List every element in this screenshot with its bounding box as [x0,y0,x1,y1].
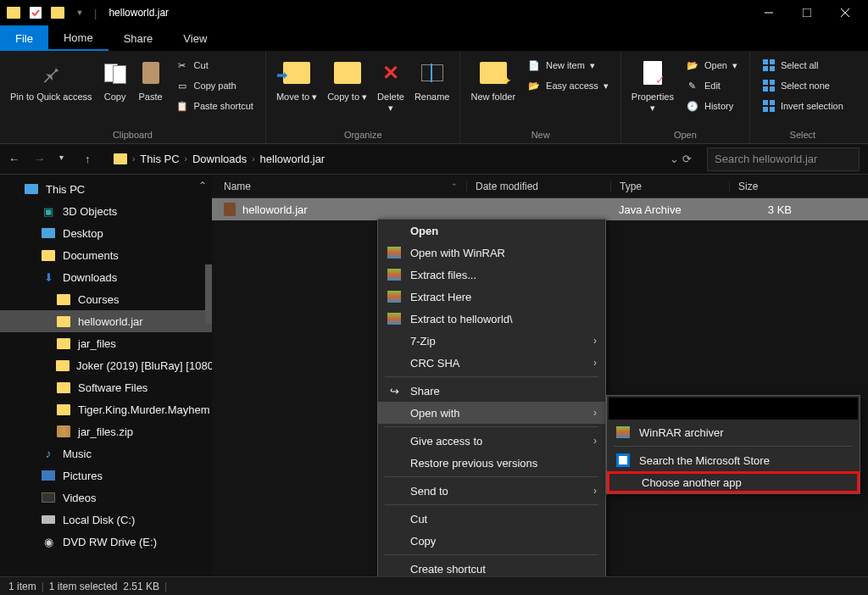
tree-desktop[interactable]: Desktop [0,222,212,244]
nav-back-button[interactable]: ← [8,153,22,166]
ctx-copy[interactable]: Copy [378,530,605,552]
file-row[interactable]: helloworld.jar Java Archive 3 KB [212,198,868,220]
maximize-button[interactable] [787,0,826,25]
address-dropdown-icon[interactable]: ⌄ [670,153,679,165]
ctx-share[interactable]: ↪Share [378,380,605,402]
ctx-restore[interactable]: Restore previous versions [378,452,605,474]
store-icon [616,453,630,467]
qat-prop-icon[interactable] [26,3,45,22]
qat-folder-icon[interactable] [4,3,23,22]
tree-tiger-king[interactable]: Tiger.King.Murder.Mayhem [0,398,212,420]
tree-downloads[interactable]: ⬇Downloads [0,266,212,288]
nav-up-button[interactable]: ↑ [85,153,98,166]
tab-file[interactable]: File [0,25,48,51]
copy-button[interactable]: Copy [97,54,133,104]
ctx-open-winrar[interactable]: Open with WinRAR [378,242,605,264]
tree-courses[interactable]: Courses [0,288,212,310]
tree-dvd-drive[interactable]: ◉DVD RW Drive (E:) [0,531,212,553]
rename-button[interactable]: Rename [409,54,455,104]
tab-home[interactable]: Home [48,25,108,51]
delete-button[interactable]: ✕ Delete▾ [372,54,409,115]
ctx-extract-files[interactable]: Extract files... [378,264,605,286]
address-bar[interactable]: › This PC › Downloads › helloworld.jar ⌄… [107,147,698,171]
tree-videos[interactable]: Videos [0,487,212,509]
column-size[interactable]: Size [729,181,805,192]
svg-rect-0 [30,7,42,19]
select-all-button[interactable]: Select all [759,56,847,75]
ribbon-group-select: Select all Select none Invert selection … [750,51,855,143]
move-to-button[interactable]: ➡ Move to ▾ [271,54,322,104]
ctx-extract-to[interactable]: Extract to helloworld\ [378,308,605,330]
invert-icon [762,99,776,113]
open-button[interactable]: 📂Open ▾ [682,56,741,75]
tab-share[interactable]: Share [108,25,169,51]
nav-tree: ⌃ This PC ▣3D Objects Desktop Documents … [0,175,212,581]
sub-store[interactable]: Search the Microsoft Store [607,449,860,471]
ctx-7zip[interactable]: 7-Zip› [378,330,605,352]
history-button[interactable]: 🕘History [682,97,741,115]
collapse-tree-icon[interactable]: ⌃ [198,180,207,192]
x-icon: ✕ [382,56,399,90]
properties-button[interactable]: Properties▾ [626,54,679,115]
breadcrumb-downloads[interactable]: Downloads [192,153,247,165]
winrar-icon [387,247,401,259]
breadcrumb-this-pc[interactable]: This PC [140,153,179,165]
tree-jar-files-zip[interactable]: jar_files.zip [0,420,212,442]
tree-this-pc[interactable]: This PC [0,178,212,200]
tree-music[interactable]: ♪Music [0,442,212,464]
invert-selection-button[interactable]: Invert selection [759,97,847,115]
tab-view[interactable]: View [168,25,222,51]
select-none-button[interactable]: Select none [759,76,847,95]
ctx-extract-here[interactable]: Extract Here [378,286,605,308]
column-date[interactable]: Date modified [466,181,610,192]
cut-button[interactable]: ✂Cut [172,56,257,75]
easy-access-button[interactable]: 📂Easy access ▾ [524,76,612,95]
refresh-button[interactable]: ⟳ [682,153,692,165]
paste-button[interactable]: Paste [133,54,169,104]
tree-3d-objects[interactable]: ▣3D Objects [0,200,212,222]
chevron-right-icon: › [593,407,597,419]
ribbon-group-open: Properties▾ 📂Open ▾ ✎Edit 🕘History Open [621,51,750,143]
tree-joker[interactable]: Joker (2019) [BluRay] [1080p] [0,354,212,376]
tree-documents[interactable]: Documents [0,244,212,266]
sub-choose-another[interactable]: Choose another app [607,471,860,493]
title-bar: ▼ | helloworld.jar [0,0,868,25]
nav-recent-button[interactable]: ▾ [59,153,73,166]
qat-dropdown-icon[interactable]: ▼ [70,3,89,22]
ctx-send-to[interactable]: Send to› [378,480,605,502]
tree-software-files[interactable]: Software Files [0,376,212,398]
qat-newfolder-icon[interactable] [48,3,67,22]
edit-button[interactable]: ✎Edit [682,76,741,95]
nav-forward-button[interactable]: → [34,153,47,166]
column-type[interactable]: Type [610,181,729,192]
pin-quick-access-button[interactable]: Pin to Quick access [5,54,97,104]
copy-to-button[interactable]: Copy to ▾ [322,54,372,104]
group-label-open: Open [626,128,744,142]
separator [385,426,598,427]
sidebar-scrollbar[interactable] [205,264,212,324]
column-name[interactable]: Name⌃ [212,181,466,192]
tree-local-disk[interactable]: Local Disk (C:) [0,509,212,531]
tree-pictures[interactable]: Pictures [0,464,212,487]
ctx-give-access[interactable]: Give access to› [378,430,605,452]
ctx-crc-sha[interactable]: CRC SHA› [378,352,605,374]
tree-helloworld-jar[interactable]: helloworld.jar [0,310,212,332]
search-input[interactable]: Search helloworld.jar [707,147,860,171]
tree-jar-files[interactable]: jar_files [0,332,212,354]
minimize-button[interactable] [749,0,787,25]
ctx-open-with[interactable]: Open with› [378,402,605,424]
copy-path-button[interactable]: ▭Copy path [172,76,257,95]
status-bar: 1 item | 1 item selected 2.51 KB | [0,576,868,595]
ribbon-group-organize: ➡ Move to ▾ Copy to ▾ ✕ Delete▾ Rename O… [266,51,461,143]
close-button[interactable] [826,0,864,25]
paste-shortcut-button[interactable]: 📋Paste shortcut [172,97,257,115]
breadcrumb-current[interactable]: helloworld.jar [260,153,326,165]
share-icon: ↪ [387,383,402,398]
group-label-clipboard: Clipboard [5,128,260,142]
new-folder-button[interactable]: ✦ New folder [465,54,520,104]
sub-winrar[interactable]: WinRAR archiver [607,421,860,443]
separator [385,554,598,555]
new-item-button[interactable]: 📄New item ▾ [524,56,612,75]
ctx-cut[interactable]: Cut [378,508,605,530]
ctx-open[interactable]: Open [378,220,605,242]
